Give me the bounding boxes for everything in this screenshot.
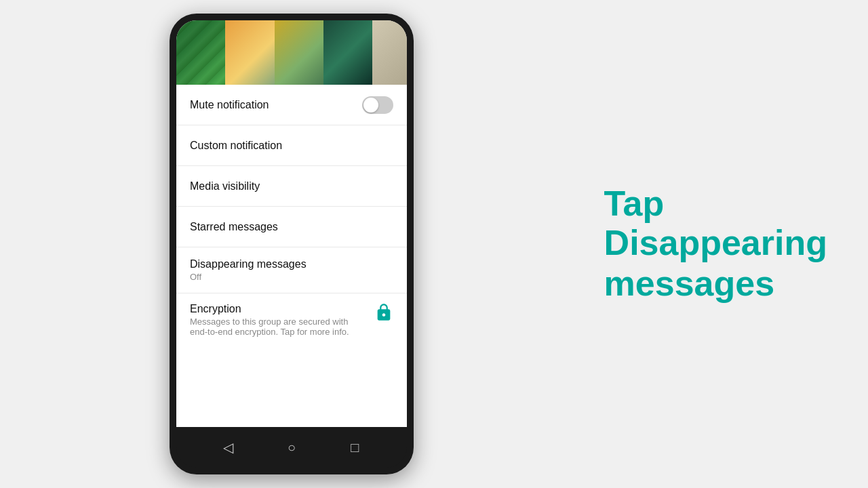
- mute-notification-toggle[interactable]: [362, 96, 393, 114]
- custom-notification-text: Custom notification: [190, 140, 282, 152]
- phone-bottom-nav: ◁ ○ □: [176, 427, 407, 468]
- tap-label: Tap: [604, 184, 827, 223]
- disappearing-messages-sublabel: Off: [190, 272, 307, 282]
- phone-screen: Mute notification Custom notification Me…: [176, 20, 407, 427]
- image-gallery: [176, 20, 407, 85]
- gallery-image-1: [176, 20, 225, 85]
- right-instruction-panel: Tap Disappearing messages: [604, 184, 827, 304]
- toggle-knob: [363, 98, 378, 113]
- gallery-image-2: [225, 20, 274, 85]
- gallery-image-3: [275, 20, 323, 85]
- encryption-text: Encryption Messages to this group are se…: [190, 303, 374, 337]
- disappearing-messages-label: Disappearing messages: [190, 258, 307, 270]
- gallery-image-4: [323, 20, 372, 85]
- encryption-item[interactable]: Encryption Messages to this group are se…: [176, 293, 407, 348]
- starred-messages-item[interactable]: Starred messages: [176, 207, 407, 247]
- custom-notification-label: Custom notification: [190, 140, 282, 152]
- home-button[interactable]: ○: [279, 435, 304, 460]
- lock-icon: [374, 303, 393, 322]
- mute-notification-text: Mute notification: [190, 99, 269, 111]
- encryption-label: Encryption: [190, 303, 368, 315]
- custom-notification-item[interactable]: Custom notification: [176, 125, 407, 166]
- encryption-sublabel: Messages to this group are secured with …: [190, 317, 368, 337]
- phone-wrapper: Mute notification Custom notification Me…: [108, 0, 475, 488]
- media-visibility-label: Media visibility: [190, 180, 260, 192]
- back-button[interactable]: ◁: [216, 435, 241, 460]
- starred-messages-label: Starred messages: [190, 221, 278, 233]
- media-visibility-text: Media visibility: [190, 180, 260, 192]
- disappearing-messages-item[interactable]: Disappearing messages Off: [176, 247, 407, 293]
- messages-label: messages: [604, 264, 827, 304]
- disappearing-label: Disappearing: [604, 223, 827, 264]
- mute-notification-item[interactable]: Mute notification: [176, 85, 407, 125]
- starred-messages-text: Starred messages: [190, 221, 278, 233]
- recents-button[interactable]: □: [342, 435, 367, 460]
- media-visibility-item[interactable]: Media visibility: [176, 166, 407, 207]
- settings-list: Mute notification Custom notification Me…: [176, 85, 407, 427]
- mute-notification-label: Mute notification: [190, 99, 269, 111]
- phone-device: Mute notification Custom notification Me…: [170, 14, 414, 474]
- disappearing-messages-text: Disappearing messages Off: [190, 258, 307, 282]
- gallery-image-5: [372, 20, 407, 85]
